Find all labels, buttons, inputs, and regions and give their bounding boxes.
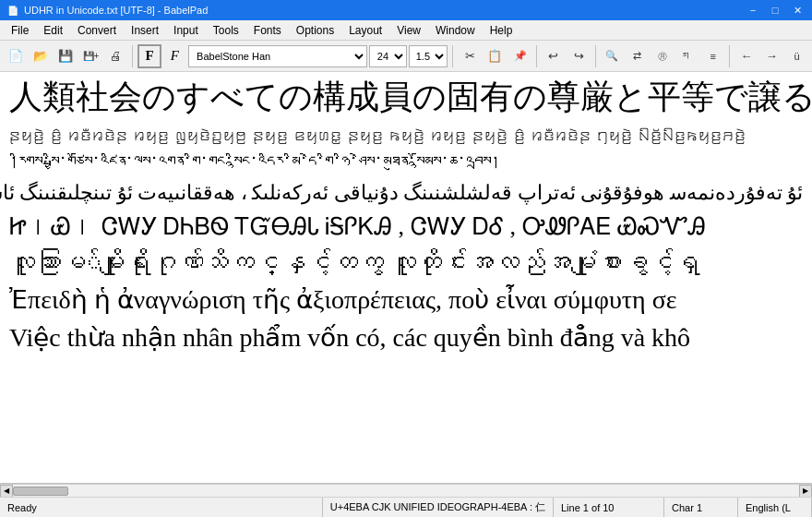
separator-4 (595, 45, 596, 67)
replace-button[interactable]: ⇄ (626, 44, 649, 68)
status-char-info: Char 1 (664, 498, 738, 517)
menu-insert[interactable]: Insert (124, 20, 166, 40)
menu-options[interactable]: Options (289, 20, 341, 40)
text-line-6: လူသားမြ်မျိုးရိုးဂုဏ်သိကင္နှင့်တကွ လူတို… (9, 246, 803, 280)
window-controls: − □ ✕ (744, 3, 806, 18)
new-button[interactable]: 📄 (4, 44, 27, 68)
back-button[interactable]: ← (734, 44, 758, 68)
bold-button[interactable]: F (137, 44, 161, 68)
undo-button[interactable]: ↩ (542, 44, 565, 68)
separator-1 (132, 45, 133, 67)
forward-button[interactable]: → (760, 44, 783, 68)
text-line-8: Việc thừa nhận nhân phẩm vốn có, các quy… (9, 321, 803, 355)
separator-5 (729, 45, 730, 67)
saveas-button[interactable]: 💾+ (79, 44, 102, 68)
char-info-text: Char 1 (672, 502, 702, 513)
scroll-left-arrow[interactable]: ◀ (0, 485, 13, 498)
scrollbar-track[interactable] (13, 486, 799, 497)
statusbar: Ready U+4EBA CJK UNIFIED IDEOGRAPH-4EBA … (0, 497, 812, 517)
open-button[interactable]: 📂 (29, 44, 52, 68)
status-ready: Ready (0, 498, 323, 517)
text-line-1: 人類社会のすべての構成員の固有の尊厳と平等で譲ること0 (9, 78, 803, 117)
font-size-selector[interactable]: 24 (369, 45, 407, 67)
text-line-2: ꤔꤟꤢꤧ꤬ ꤢꤨ꤬ ꤙꤢꤪꤙꤢꤧꤔ ꤙꤟꤢ꤬ ꤜꤟꤢꤧꤑꤟꤥ꤬ ꤔꤟꤢ꤬ ꤕꤟꤛ… (9, 121, 803, 147)
line-info-text: Line 1 of 10 (561, 502, 615, 513)
text-line-5: Ꮵ꒐Ꮿ꒐ ᏣᎳᎩ ᎠᏂᏴᏫ ᎢᏳᎾᎯᏓ ᎥᎦᎵᏦᎯ , ᏣᎳᎩ ᎠᎴ , ᎤᏪᎵ… (9, 211, 803, 243)
menu-file[interactable]: File (4, 20, 36, 40)
line-button[interactable]: ≡ (701, 44, 724, 68)
menubar: File Edit Convert Insert Input Tools Fon… (0, 20, 812, 41)
cut-button[interactable]: ✂ (458, 44, 481, 68)
maximize-button[interactable]: □ (766, 3, 784, 18)
menu-view[interactable]: View (389, 20, 428, 40)
unicode-button[interactable]: ᤈ (676, 44, 699, 68)
italic-button[interactable]: F (163, 44, 186, 68)
font-selector[interactable]: BabelStone Han (188, 45, 367, 67)
redo-button[interactable]: ↪ (567, 44, 591, 68)
line-spacing-selector[interactable]: 1.5 (409, 45, 448, 67)
text-line-7: Ἐπειδὴ ἡ ἀναγνώριση τῆς ἀξιοπρέπειας, πο… (9, 283, 803, 317)
menu-edit[interactable]: Edit (36, 20, 70, 40)
text-line-4: ﺋﯘ ﺗﻪﻓﯘﺭﺩﻩﻧﻤﻪﺳ ﻫﻮﻓﯘﻗﯘﻧﻰ ﺋﻪﺗﺮﺍﭖ ﻗﻪﻟﺸﻠﺸﻨﯩﻨ… (9, 179, 803, 208)
separator-2 (452, 45, 453, 67)
menu-layout[interactable]: Layout (341, 20, 389, 40)
special-button[interactable]: ü (785, 44, 808, 68)
titlebar: 📄 UDHR in Unicode.txt [UTF-8] - BabelPad… (0, 0, 812, 20)
minimize-button[interactable]: − (744, 3, 762, 18)
charmap-button[interactable]: ㊊ (651, 44, 674, 68)
status-language: English (L (738, 498, 812, 517)
unicode-info-text: U+4EBA CJK UNIFIED IDEOGRAPH-4EBA : 仁 (330, 500, 545, 514)
language-text: English (L (746, 502, 791, 513)
horizontal-scrollbar[interactable]: ◀ ▶ (0, 484, 812, 497)
save-button[interactable]: 💾 (54, 44, 78, 68)
print-button[interactable]: 🖨 (104, 44, 127, 68)
text-line-3: །རིགས་སྤྱི་གཙོས་འཛིན་ལས་འགན་གི་གང་སྙིང་འ… (9, 150, 803, 175)
titlebar-title: UDHR in Unicode.txt [UTF-8] - BabelPad (24, 5, 744, 16)
status-unicode-info: U+4EBA CJK UNIFIED IDEOGRAPH-4EBA : 仁 (323, 498, 554, 517)
menu-fonts[interactable]: Fonts (246, 20, 289, 40)
copy-button[interactable]: 📋 (484, 44, 507, 68)
menu-help[interactable]: Help (483, 20, 520, 40)
app-icon: 📄 (6, 3, 20, 18)
menu-window[interactable]: Window (428, 20, 483, 40)
close-button[interactable]: ✕ (788, 3, 806, 18)
toolbar: 📄 📂 💾 💾+ 🖨 F F BabelStone Han 24 1.5 ✂ 📋… (0, 41, 812, 72)
menu-tools[interactable]: Tools (206, 20, 246, 40)
status-line-info: Line 1 of 10 (554, 498, 664, 517)
ready-text: Ready (7, 502, 37, 513)
menu-input[interactable]: Input (166, 20, 206, 40)
find-button[interactable]: 🔍 (601, 44, 624, 68)
scrollbar-thumb[interactable] (13, 487, 68, 496)
paste-button[interactable]: 📌 (508, 44, 531, 68)
main-text-area[interactable]: 人類社会のすべての構成員の固有の尊厳と平等で譲ること0 ꤔꤟꤢꤧ꤬ ꤢꤨ꤬ ꤙꤢ… (0, 72, 812, 484)
scroll-right-arrow[interactable]: ▶ (799, 485, 812, 498)
text-content[interactable]: 人類社会のすべての構成員の固有の尊厳と平等で譲ること0 ꤔꤟꤢꤧ꤬ ꤢꤨ꤬ ꤙꤢ… (0, 72, 812, 483)
separator-3 (536, 45, 537, 67)
menu-convert[interactable]: Convert (70, 20, 124, 40)
